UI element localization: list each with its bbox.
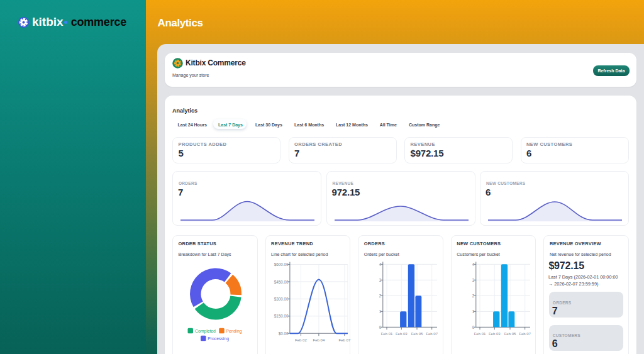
svg-text:2: 2 bbox=[472, 294, 475, 298]
svg-text:0: 0 bbox=[379, 325, 382, 329]
svg-text:1: 1 bbox=[379, 309, 382, 314]
svg-text:Feb 07: Feb 07 bbox=[519, 332, 531, 336]
svg-text:4: 4 bbox=[379, 262, 382, 267]
svg-text:Feb 05: Feb 05 bbox=[504, 332, 516, 336]
svg-text:$600.00: $600.00 bbox=[274, 262, 288, 267]
svg-text:Completed: Completed bbox=[195, 329, 216, 334]
svg-text:Feb 07: Feb 07 bbox=[338, 338, 350, 342]
svg-text:Feb 03: Feb 03 bbox=[489, 332, 501, 336]
svg-text:Feb 07: Feb 07 bbox=[426, 332, 438, 336]
svg-text:Processing: Processing bbox=[208, 336, 229, 341]
svg-text:$300.00: $300.00 bbox=[274, 297, 288, 301]
svg-text:Feb 01: Feb 01 bbox=[474, 332, 486, 336]
svg-text:$150.00: $150.00 bbox=[274, 314, 288, 318]
svg-text:1: 1 bbox=[472, 309, 475, 314]
svg-text:Pending: Pending bbox=[226, 329, 242, 334]
svg-text:Feb 05: Feb 05 bbox=[411, 332, 423, 336]
svg-text:$0.00: $0.00 bbox=[278, 331, 288, 336]
svg-text:3: 3 bbox=[379, 278, 382, 282]
svg-text:$450.00: $450.00 bbox=[274, 280, 288, 284]
svg-text:4: 4 bbox=[472, 262, 475, 267]
svg-text:Feb 02: Feb 02 bbox=[295, 338, 307, 342]
svg-text:0: 0 bbox=[472, 325, 475, 329]
svg-text:Feb 04: Feb 04 bbox=[313, 338, 325, 342]
svg-text:3: 3 bbox=[472, 278, 475, 282]
svg-text:2: 2 bbox=[379, 294, 382, 298]
svg-text:Feb 03: Feb 03 bbox=[396, 332, 408, 336]
svg-text:Feb 01: Feb 01 bbox=[381, 332, 393, 336]
